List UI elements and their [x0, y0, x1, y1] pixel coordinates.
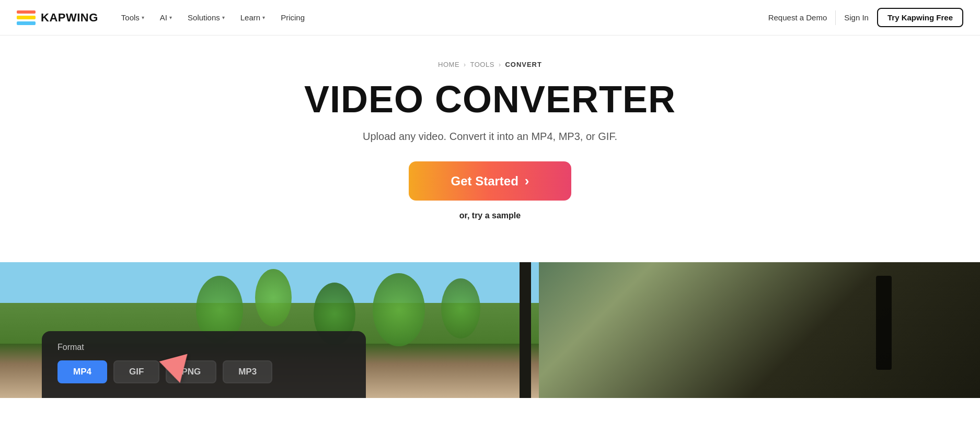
- format-label: Format: [57, 343, 350, 352]
- chevron-down-icon: ▾: [222, 15, 225, 20]
- hero-section: HOME › TOOLS › CONVERT VIDEO CONVERTER U…: [0, 36, 980, 262]
- nav-divider: [835, 10, 836, 25]
- navbar: KAPWING Tools ▾ AI ▾ Solutions ▾ Learn ▾…: [0, 0, 980, 36]
- breadcrumb: HOME › TOOLS › CONVERT: [10, 61, 970, 68]
- tree-4: [373, 273, 425, 346]
- nav-tools[interactable]: Tools ▾: [115, 10, 151, 25]
- try-free-button[interactable]: Try Kapwing Free: [877, 8, 963, 27]
- nav-learn[interactable]: Learn ▾: [234, 10, 271, 25]
- request-demo-button[interactable]: Request a Demo: [768, 13, 827, 22]
- sign-in-button[interactable]: Sign In: [844, 13, 869, 22]
- right-dark-section: [539, 262, 980, 398]
- nav-ai[interactable]: AI ▾: [154, 10, 178, 25]
- nav-solutions[interactable]: Solutions ▾: [181, 10, 231, 25]
- tree-2: [255, 269, 292, 326]
- hero-subtitle: Upload any video. Convert it into an MP4…: [10, 131, 970, 143]
- format-mp3-button[interactable]: MP3: [223, 360, 272, 383]
- breadcrumb-tools[interactable]: TOOLS: [470, 61, 494, 68]
- get-started-button[interactable]: Get Started ›: [409, 161, 571, 201]
- format-panel: Format MP4 GIF PNG MP3: [42, 331, 366, 398]
- get-started-label: Get Started: [451, 174, 518, 189]
- nav-links: Tools ▾ AI ▾ Solutions ▾ Learn ▾ Pricing: [115, 10, 311, 25]
- preview-section: Format MP4 GIF PNG MP3: [0, 262, 980, 398]
- logo-bar-yellow: [17, 16, 36, 19]
- chevron-down-icon: ▾: [142, 15, 144, 20]
- format-gif-button[interactable]: GIF: [113, 360, 159, 383]
- page-title: VIDEO CONVERTER: [10, 79, 970, 120]
- breadcrumb-current: CONVERT: [505, 61, 542, 68]
- format-mp4-button[interactable]: MP4: [57, 360, 107, 383]
- nav-left: KAPWING Tools ▾ AI ▾ Solutions ▾ Learn ▾…: [17, 10, 311, 25]
- logo-bar-blue: [17, 21, 36, 25]
- chevron-down-icon: ▾: [169, 15, 172, 20]
- format-buttons: MP4 GIF PNG MP3: [57, 360, 350, 383]
- tree-5: [441, 278, 480, 338]
- logo-text: KAPWING: [41, 11, 98, 25]
- nav-pricing[interactable]: Pricing: [274, 10, 311, 25]
- nav-right: Request a Demo Sign In Try Kapwing Free: [768, 8, 963, 27]
- logo[interactable]: KAPWING: [17, 10, 98, 25]
- breadcrumb-home[interactable]: HOME: [438, 61, 459, 68]
- chevron-down-icon: ▾: [262, 15, 265, 20]
- breadcrumb-sep-2: ›: [499, 61, 501, 68]
- logo-icon: [17, 10, 36, 25]
- breadcrumb-sep-1: ›: [464, 61, 466, 68]
- try-sample-text[interactable]: or, try a sample: [10, 211, 970, 220]
- logo-bar-red: [17, 10, 36, 14]
- arrow-icon: ›: [525, 173, 529, 189]
- trunk-1: [520, 262, 531, 398]
- person-silhouette: [876, 276, 892, 370]
